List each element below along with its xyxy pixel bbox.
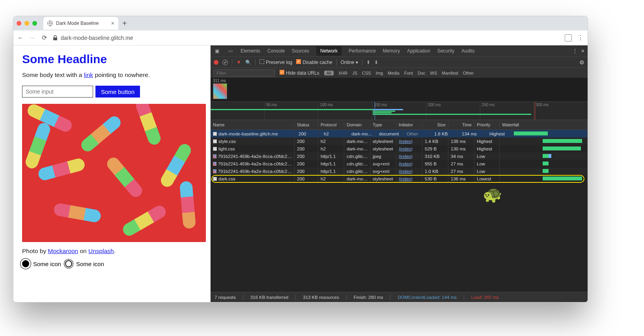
device-icon[interactable]: ▭ bbox=[227, 48, 233, 54]
menu-icon[interactable]: ⋮ bbox=[577, 35, 584, 41]
browser-tab[interactable]: Dark Mode Baseline × bbox=[43, 17, 118, 30]
table-row[interactable]: 791b2241-459b-4a2e-8cca-c0fdc2…200http/1… bbox=[211, 167, 588, 175]
file-type-icon bbox=[213, 139, 217, 143]
network-timeline[interactable]: 50 ms 100 ms 150 ms 200 ms 250 ms 300 ms bbox=[211, 101, 588, 120]
forward-icon[interactable]: → bbox=[29, 35, 35, 41]
maximize-window-icon[interactable] bbox=[32, 21, 37, 26]
col-time[interactable]: Time bbox=[448, 122, 474, 127]
hero-image bbox=[22, 104, 206, 242]
filter-icon[interactable]: ▼ bbox=[236, 59, 241, 65]
file-type-icon bbox=[213, 169, 217, 173]
status-load: Load: 282 ms bbox=[471, 295, 499, 300]
tab-strip: Dark Mode Baseline × + bbox=[13, 16, 588, 30]
tab-title: Dark Mode Baseline bbox=[56, 21, 99, 26]
file-type-icon bbox=[213, 154, 217, 158]
network-status-bar: 7 requests 316 KB transferred 313 KB res… bbox=[211, 292, 588, 302]
devtools-menu-icon[interactable]: ⋮ bbox=[573, 48, 577, 54]
table-row[interactable]: dark-mode-baseline.glitch.me200h2dark-mo… bbox=[211, 130, 588, 137]
tab-console[interactable]: Console bbox=[267, 48, 285, 54]
tab-security[interactable]: Security bbox=[437, 48, 454, 54]
status-dcl: DOMContentLoaded: 144 ms bbox=[398, 295, 457, 300]
status-finish: Finish: 280 ms bbox=[354, 295, 383, 300]
table-row[interactable]: style.css200h2dark-mo…stylesheet(index)1… bbox=[211, 137, 588, 145]
col-size[interactable]: Size bbox=[422, 122, 448, 127]
tab-sources[interactable]: Sources bbox=[292, 48, 309, 54]
filter-type[interactable]: XHR bbox=[338, 71, 347, 75]
filter-type[interactable]: Doc bbox=[418, 71, 426, 75]
col-type[interactable]: Type bbox=[370, 122, 396, 127]
network-toolbar: ▼ 🔍 Preserve log Disable cache Online ▾ … bbox=[211, 56, 588, 68]
browser-window: Dark Mode Baseline × + ← → ⟳ dark-mode-b… bbox=[13, 16, 588, 302]
download-icon[interactable]: ⬇ bbox=[374, 60, 378, 65]
close-tab-icon[interactable]: × bbox=[111, 20, 114, 26]
close-window-icon[interactable] bbox=[17, 21, 21, 26]
network-table-header: Name Status Protocol Domain Type Initiat… bbox=[211, 120, 588, 130]
status-requests: 7 requests bbox=[215, 295, 236, 300]
content-area: Some Headline Some body text with a link… bbox=[13, 45, 588, 302]
col-initiator[interactable]: Initiator bbox=[396, 122, 422, 127]
table-row[interactable]: light.css200h2dark-mo…stylesheet(index)5… bbox=[211, 145, 588, 152]
filter-type[interactable]: Manifest bbox=[442, 71, 458, 75]
settings-icon[interactable]: ⚙ bbox=[579, 59, 584, 66]
tab-memory[interactable]: Memory bbox=[383, 48, 400, 54]
submit-button[interactable]: Some button bbox=[95, 86, 140, 98]
filter-type[interactable]: Media bbox=[388, 71, 399, 75]
reload-icon[interactable]: ⟳ bbox=[41, 35, 47, 41]
tab-audits[interactable]: Audits bbox=[461, 48, 474, 54]
col-domain[interactable]: Domain bbox=[344, 122, 370, 127]
clear-icon[interactable] bbox=[222, 60, 228, 65]
inspect-icon[interactable]: ▣ bbox=[214, 48, 220, 54]
col-priority[interactable]: Priority bbox=[474, 122, 500, 127]
tab-elements[interactable]: Elements bbox=[241, 48, 260, 54]
filter-type[interactable]: Other bbox=[463, 71, 474, 75]
network-overview[interactable]: 311 ms bbox=[211, 78, 588, 101]
tab-application[interactable]: Application bbox=[407, 48, 430, 54]
icon-label: Some icon bbox=[76, 261, 104, 267]
credit-author-link[interactable]: Mockaroon bbox=[48, 248, 78, 254]
extension-icon[interactable] bbox=[565, 34, 572, 41]
icon-label: Some icon bbox=[33, 261, 61, 267]
filter-input[interactable] bbox=[214, 69, 275, 77]
hide-data-urls-checkbox[interactable]: Hide data URLs bbox=[280, 70, 319, 76]
back-icon[interactable]: ← bbox=[17, 35, 24, 41]
col-waterfall[interactable]: Waterfall bbox=[500, 122, 588, 127]
rendered-page: Some Headline Some body text with a link… bbox=[13, 45, 211, 302]
search-icon[interactable]: 🔍 bbox=[245, 60, 251, 65]
throttling-select[interactable]: Online ▾ bbox=[341, 60, 358, 65]
status-resources: 313 KB resources bbox=[303, 295, 339, 300]
file-type-icon bbox=[213, 162, 217, 166]
devtools-panel: ▣ ▭ Elements Console Sources Network Per… bbox=[211, 45, 588, 302]
minimize-window-icon[interactable] bbox=[24, 21, 29, 26]
filter-type[interactable]: CSS bbox=[362, 71, 371, 75]
network-filter-bar: Hide data URLs All XHR JS CSS Img Media … bbox=[211, 68, 588, 78]
devtools-close-icon[interactable]: × bbox=[581, 48, 584, 54]
body-link[interactable]: link bbox=[84, 71, 93, 78]
text-input[interactable] bbox=[22, 86, 93, 98]
col-name[interactable]: Name bbox=[211, 122, 295, 127]
filter-type-all[interactable]: All bbox=[324, 71, 334, 75]
preserve-log-checkbox[interactable]: Preserve log bbox=[259, 59, 292, 65]
tab-performance[interactable]: Performance bbox=[349, 48, 376, 54]
url-field[interactable]: dark-mode-baseline.glitch.me bbox=[53, 35, 559, 41]
status-transferred: 316 KB transferred bbox=[250, 295, 289, 300]
col-protocol[interactable]: Protocol bbox=[318, 122, 344, 127]
table-row[interactable]: 791b2241-459b-4a2e-8cca-c0fdc2…200http/1… bbox=[211, 152, 588, 160]
page-headline: Some Headline bbox=[22, 53, 202, 66]
form-row: Some button bbox=[22, 86, 202, 98]
new-tab-button[interactable]: + bbox=[122, 19, 127, 28]
upload-icon[interactable]: ⬆ bbox=[366, 60, 370, 65]
filter-type[interactable]: JS bbox=[352, 71, 357, 75]
globe-icon bbox=[47, 21, 53, 26]
photo-credit: Photo by Mockaroon on Unsplash. bbox=[22, 248, 202, 255]
table-row[interactable]: 791b2241-459b-4a2e-8cca-c0fdc2…200http/1… bbox=[211, 160, 588, 167]
address-bar: ← → ⟳ dark-mode-baseline.glitch.me ⋮ bbox=[13, 30, 588, 45]
filter-type[interactable]: WS bbox=[430, 71, 437, 75]
filter-type[interactable]: Font bbox=[404, 71, 413, 75]
col-status[interactable]: Status bbox=[295, 122, 318, 127]
tab-network[interactable]: Network bbox=[316, 46, 342, 56]
filter-type[interactable]: Img bbox=[376, 71, 383, 75]
credit-site-link[interactable]: Unsplash bbox=[88, 248, 114, 254]
table-row[interactable]: dark.css200h2dark-mo…stylesheet(index)53… bbox=[211, 175, 588, 182]
record-icon[interactable] bbox=[214, 60, 218, 65]
disable-cache-checkbox[interactable]: Disable cache bbox=[296, 59, 332, 65]
